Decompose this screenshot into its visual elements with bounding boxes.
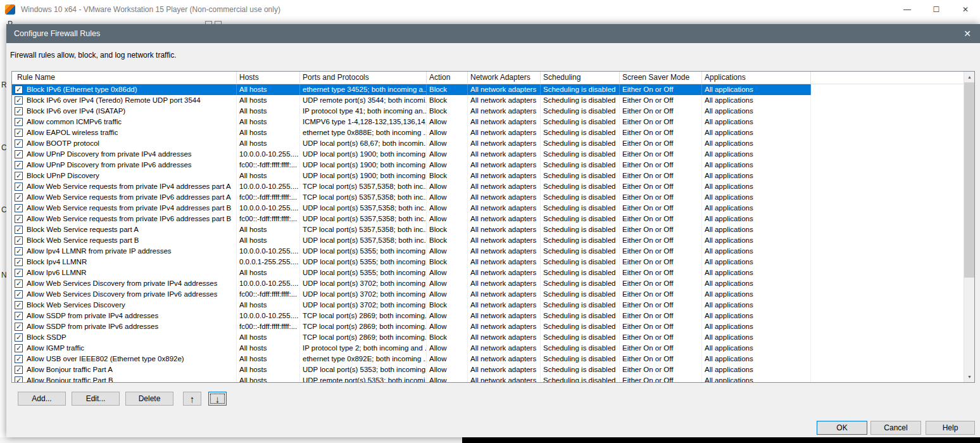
rule-enabled-checkbox[interactable]: ✓ [15,269,23,277]
maximize-icon[interactable]: ☐ [922,0,951,19]
table-row[interactable]: ✓Block Web Services DiscoveryAll hostsUD… [12,300,964,311]
table-row[interactable]: ✓Allow UPnP Discovery from private IPv6 … [12,160,964,170]
table-row[interactable]: ✓Allow SSDP from private IPv6 addressesf… [12,321,964,332]
table-row[interactable]: ✓Allow Ipv4 LLMNR from private IP addres… [12,246,964,257]
table-row[interactable]: ✓Allow Bonjour traffic Part AAll hostsUD… [12,364,964,375]
cell-filler [811,289,964,300]
table-row[interactable]: ✓Allow Bonjour traffic Part BAll hostsUD… [12,375,964,382]
rule-enabled-checkbox[interactable]: ✓ [15,376,23,382]
vmware-window-titlebar[interactable]: Windows 10 x64 - VMware Workstation 15 P… [0,0,980,19]
rule-enabled-checkbox[interactable]: ✓ [15,333,23,342]
table-row[interactable]: ✓Allow SSDP from private IPv4 addresses1… [12,311,964,321]
table-row[interactable]: ✓Block IPv6 over IPv4 (ISATAP)All hostsI… [12,106,964,117]
scroll-down-icon[interactable]: ▼ [964,371,975,382]
rule-enabled-checkbox[interactable]: ✓ [15,183,23,191]
table-row[interactable]: ✓Allow EAPOL wireless trafficAll hostset… [12,127,964,138]
table-row[interactable]: ✓Allow BOOTP protocolAll hostsUDP local … [12,138,964,149]
column-header-applications[interactable]: Applications [702,72,811,84]
rule-enabled-checkbox[interactable]: ✓ [15,312,23,320]
table-row[interactable]: ✓Allow Web Service requests from private… [12,181,964,192]
rule-enabled-checkbox[interactable]: ✓ [15,344,23,352]
rule-enabled-checkbox[interactable]: ✓ [15,172,23,180]
help-button[interactable]: Help [926,421,975,435]
table-row[interactable]: ✓Allow Ipv6 LLMNRAll hostsUDP local port… [12,267,964,278]
rule-enabled-checkbox[interactable]: ✓ [15,118,23,126]
add-button[interactable]: Add... [18,392,66,406]
rule-enabled-checkbox[interactable]: ✓ [15,96,23,105]
rule-enabled-checkbox[interactable]: ✓ [15,129,23,137]
rule-enabled-checkbox[interactable]: ✓ [15,258,23,266]
ok-button[interactable]: OK [817,421,867,435]
cell-rule-name: ✓Allow SSDP from private IPv6 addresses [12,321,237,332]
column-header-screen-saver-mode[interactable]: Screen Saver Mode [620,72,702,84]
move-down-button[interactable]: ↓ [208,392,227,406]
edit-button[interactable]: Edit... [72,392,120,406]
scroll-up-icon[interactable]: ▲ [964,72,975,82]
rule-enabled-checkbox[interactable]: ✓ [15,193,23,202]
cell-filler [811,246,964,257]
table-row[interactable]: ✓Allow UPnP Discovery from private IPv4 … [12,149,964,160]
rule-enabled-checkbox[interactable]: ✓ [15,107,23,115]
cell-hosts: All hosts [237,332,300,343]
column-header-action[interactable]: Action [427,72,468,84]
table-row[interactable]: ✓Block UPnP DiscoveryAll hostsUDP local … [12,170,964,181]
cell-action: Allow [427,181,468,192]
table-row[interactable]: ✓Allow USB over IEEE802 (Ethernet type 0… [12,354,964,364]
cancel-button[interactable]: Cancel [870,421,921,435]
cell-hosts: 10.0.0.0-10.255.... [237,181,300,192]
cell-hosts: 10.0.0.0-10.255.... [237,278,300,289]
close-window-icon[interactable]: ✕ [951,0,980,19]
column-header-scheduling[interactable]: Scheduling [541,72,620,84]
table-row[interactable]: ✓Allow Web Service requests from private… [12,214,964,224]
dialog-titlebar[interactable]: Configure Firewall Rules ✕ [6,24,980,43]
column-header-ports-and-protocols[interactable]: Ports and Protocols [300,72,427,84]
scrollbar-thumb[interactable] [964,82,975,278]
cell-screen-saver-mode: Either On or Off [620,257,702,267]
cell-action: Allow [427,289,468,300]
cell-screen-saver-mode: Either On or Off [620,246,702,257]
vertical-scrollbar[interactable]: ▲ ▼ [964,72,974,382]
table-row[interactable]: ✓Allow common ICMPv6 trafficAll hostsICM… [12,117,964,127]
rule-enabled-checkbox[interactable]: ✓ [15,150,23,158]
table-row[interactable]: ✓Block Web Service requests part AAll ho… [12,224,964,235]
minimize-icon[interactable]: — [893,0,922,19]
table-row[interactable]: ✓Allow Web Service requests from private… [12,192,964,203]
column-header-rule-name[interactable]: Rule Name [12,72,237,84]
table-row[interactable]: ✓Block IPv6 over IPv4 (Teredo) Remote UD… [12,95,964,106]
rule-enabled-checkbox[interactable]: ✓ [15,323,23,331]
table-row[interactable]: ✓Block SSDPAll hostsTCP local port(s) 28… [12,332,964,343]
rule-enabled-checkbox[interactable]: ✓ [15,236,23,245]
rule-enabled-checkbox[interactable]: ✓ [15,161,23,169]
cell-ports-and-protocols: ethernet type 0x888E; both incoming ... [300,127,427,138]
table-row[interactable]: ✓Block Ipv4 LLMNR0.0.0.1-255.255....UDP … [12,257,964,267]
cell-screen-saver-mode: Either On or Off [620,117,702,127]
rule-enabled-checkbox[interactable]: ✓ [15,247,23,255]
table-row[interactable]: ✓Allow Web Services Discovery from priva… [12,278,964,289]
rule-enabled-checkbox[interactable]: ✓ [15,366,23,374]
move-up-button[interactable]: ↑ [183,392,201,406]
rule-enabled-checkbox[interactable]: ✓ [15,215,23,223]
rule-enabled-checkbox[interactable]: ✓ [15,355,23,363]
column-header-network-adapters[interactable]: Network Adapters [468,72,541,84]
rule-enabled-checkbox[interactable]: ✓ [15,279,23,288]
cell-screen-saver-mode: Either On or Off [620,149,702,160]
table-row[interactable]: ✓Block IPv6 (Ethernet type 0x86dd)All ho… [12,84,964,95]
rule-enabled-checkbox[interactable]: ✓ [15,204,23,212]
rule-enabled-checkbox[interactable]: ✓ [15,139,23,148]
rule-enabled-checkbox[interactable]: ✓ [15,86,23,94]
rule-enabled-checkbox[interactable]: ✓ [15,226,23,234]
rule-enabled-checkbox[interactable]: ✓ [15,290,23,299]
rule-enabled-checkbox[interactable]: ✓ [15,301,23,309]
rule-name-label: Block Web Services Discovery [27,300,125,311]
cell-network-adapters: All network adapters [468,192,541,203]
dialog-close-icon[interactable]: ✕ [955,29,980,39]
delete-button[interactable]: Delete [125,392,173,406]
cell-ports-and-protocols: UDP local port(s) 5357,5358; both inc... [300,203,427,214]
table-row[interactable]: ✓Block Web Service requests part BAll ho… [12,235,964,246]
column-header-hosts[interactable]: Hosts [237,72,300,84]
table-row[interactable]: ✓Allow Web Services Discovery from priva… [12,289,964,300]
cell-screen-saver-mode: Either On or Off [620,267,702,278]
table-row[interactable]: ✓Allow IGMP trafficAll hostsIP protocol … [12,343,964,354]
table-row[interactable]: ✓Allow Web Service requests from private… [12,203,964,214]
cell-scheduling: Scheduling is disabled [541,321,620,332]
